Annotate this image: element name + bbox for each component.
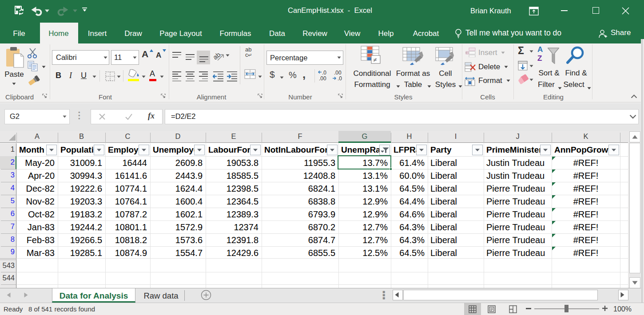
svg-text:.00: .00 — [319, 75, 326, 82]
svg-text:.00: .00 — [334, 70, 342, 76]
svg-text:≠: ≠ — [373, 56, 377, 63]
svg-text:.0: .0 — [322, 70, 326, 76]
svg-text:ab: ab — [213, 51, 222, 61]
